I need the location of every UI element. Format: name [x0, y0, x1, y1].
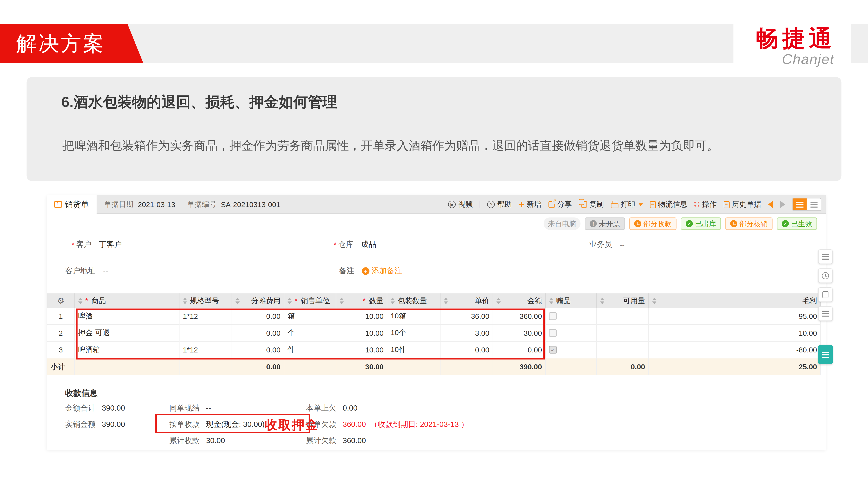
col-header-pkg[interactable]: 包装数量	[388, 293, 440, 308]
sort-icon[interactable]	[236, 297, 240, 304]
cell-spec[interactable]	[180, 325, 232, 342]
gift-checkbox[interactable]: ✓	[549, 346, 557, 354]
col-header-spec[interactable]: 规格型号	[180, 293, 232, 308]
warehouse-value[interactable]: 成品	[361, 240, 376, 250]
cell-unit[interactable]: 箱	[284, 308, 336, 325]
sort-icon[interactable]	[549, 297, 553, 304]
cell-fee[interactable]: 0.00	[232, 325, 284, 342]
customer-field[interactable]: * 客户 丁客户	[72, 240, 122, 250]
address-value[interactable]: --	[103, 267, 108, 275]
debt-field: 本单欠款 360.00 （收款到期日: 2021-03-13 ）	[306, 420, 468, 429]
receipt-field: 按单收款 现金(现金: 30.00)	[169, 420, 265, 429]
sort-icon[interactable]	[287, 297, 292, 304]
check-icon: ✓	[782, 220, 789, 227]
share-button[interactable]: 分享	[549, 199, 572, 209]
col-header-price[interactable]: 单价	[440, 293, 493, 308]
sort-icon[interactable]	[78, 297, 83, 304]
chevron-down-icon[interactable]	[639, 203, 643, 206]
cell-price[interactable]: 0.00	[440, 341, 493, 359]
col-label: 赠品	[556, 296, 571, 305]
list-view-icon	[796, 201, 803, 207]
side-page-button[interactable]	[818, 287, 833, 302]
status-badge: ! 未开票	[585, 218, 625, 230]
badge-label: 部分核销	[740, 219, 768, 229]
cell-unit[interactable]: 件	[284, 341, 336, 359]
gift-checkbox[interactable]: ✓	[549, 312, 557, 320]
col-header-avail[interactable]: 可用量	[597, 293, 649, 308]
cell-gift[interactable]: ✓	[546, 308, 597, 325]
warehouse-field[interactable]: * 仓库 成品	[334, 240, 376, 250]
sort-icon[interactable]	[496, 297, 501, 304]
cell-pkg[interactable]: 10个	[388, 325, 440, 342]
cell-amount[interactable]: 360.00	[493, 308, 546, 325]
cell-product[interactable]: 啤酒	[75, 308, 180, 325]
logistics-label: 物流信息	[658, 199, 687, 209]
cell-qty[interactable]: 10.00	[336, 341, 388, 359]
sort-icon[interactable]	[183, 297, 187, 304]
cell-gift[interactable]: ✓	[546, 341, 597, 359]
cell-fee[interactable]: 0.00	[232, 341, 284, 359]
cell-amount[interactable]: 0.00	[493, 341, 546, 359]
col-header-profit[interactable]: 毛利	[649, 293, 821, 308]
side-clock-button[interactable]	[818, 268, 833, 283]
cell-pkg[interactable]: 10件	[388, 341, 440, 359]
sort-icon[interactable]	[391, 297, 395, 304]
list-view-button[interactable]	[793, 198, 807, 210]
col-label: 可用量	[623, 296, 645, 305]
side-doc-button[interactable]	[818, 250, 833, 264]
sort-icon[interactable]	[600, 297, 604, 304]
cell-qty[interactable]: 10.00	[336, 325, 388, 342]
cell-spec[interactable]: 1*12	[180, 308, 232, 325]
sort-icon[interactable]	[444, 297, 448, 304]
salesman-value[interactable]: --	[620, 240, 624, 249]
status-badge: 来自电脑	[544, 218, 581, 230]
customer-value[interactable]: 丁客户	[99, 240, 122, 250]
cell-fee[interactable]: 0.00	[232, 308, 284, 325]
prev-doc-arrow[interactable]	[768, 201, 773, 208]
cell-pkg[interactable]: 10箱	[388, 308, 440, 325]
logistics-button[interactable]: 物流信息	[650, 199, 687, 209]
col-header-amount[interactable]: 金额	[493, 293, 546, 308]
help-button[interactable]: ? 帮助	[487, 199, 512, 209]
col-header-product[interactable]: *商品	[75, 293, 180, 308]
cell-price[interactable]: 36.00	[440, 308, 493, 325]
address-field[interactable]: 客户地址 --	[65, 266, 108, 276]
col-label: 销售单位	[301, 296, 330, 305]
cell-product[interactable]: 押金-可退	[75, 325, 180, 342]
cell-product[interactable]: 啤酒箱	[75, 341, 180, 359]
side-assistant-button[interactable]	[818, 345, 833, 364]
doc-no-value[interactable]: SA-20210313-001	[221, 200, 280, 209]
col-header-gift[interactable]: 赠品	[546, 293, 597, 308]
salesman-field[interactable]: 业务员 --	[589, 240, 624, 250]
cell-gift[interactable]: ✓	[546, 325, 597, 342]
cell-unit[interactable]: 个	[284, 325, 336, 342]
history-button[interactable]: 历史单据	[724, 199, 761, 209]
intro-title: 6.酒水包装物的退回、损耗、押金如何管理	[61, 92, 337, 112]
cell-price[interactable]: 3.00	[440, 325, 493, 342]
actions-button[interactable]: 操作	[694, 199, 717, 209]
sort-icon[interactable]	[652, 297, 656, 304]
gift-checkbox[interactable]: ✓	[549, 329, 557, 337]
add-remark-button[interactable]: + 添加备注	[362, 266, 402, 276]
cell-qty[interactable]: 10.00	[336, 308, 388, 325]
badge-label: 部分收款	[643, 219, 672, 229]
brand-logo-en: Chanjet	[749, 51, 835, 68]
copy-button[interactable]: 复制	[579, 199, 604, 209]
side-list-button[interactable]	[818, 306, 833, 321]
tab-sales-order[interactable]: 销货单	[46, 195, 97, 214]
col-header-qty[interactable]: *数量	[336, 293, 388, 308]
subtotal-label-cell: 小计	[47, 359, 75, 376]
cell-spec[interactable]: 1*12	[180, 341, 232, 359]
add-button[interactable]: + 新增	[519, 199, 541, 209]
plus-icon: +	[519, 201, 525, 208]
sort-icon[interactable]	[340, 297, 344, 304]
doc-date-value[interactable]: 2021-03-13	[138, 200, 175, 209]
print-button[interactable]: 打印	[611, 199, 643, 209]
col-header-fee[interactable]: 分摊费用	[232, 293, 284, 308]
col-header-unit[interactable]: *销售单位	[284, 293, 336, 308]
next-doc-arrow[interactable]	[780, 201, 785, 208]
cell-amount[interactable]: 30.00	[493, 325, 546, 342]
detail-view-button[interactable]	[807, 198, 821, 210]
video-button[interactable]: ▶ 视频	[448, 199, 473, 209]
table-settings-cell[interactable]: ⚙	[47, 293, 75, 308]
